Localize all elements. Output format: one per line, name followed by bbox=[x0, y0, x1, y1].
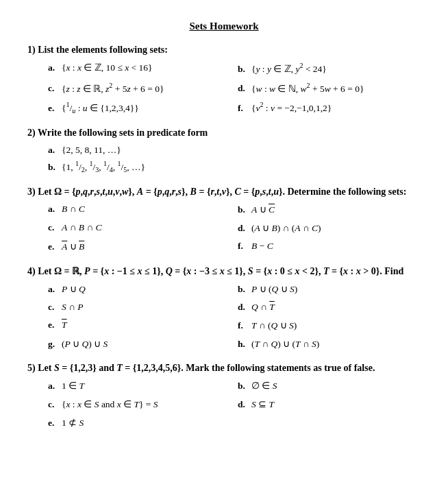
section-5: 5) Let S = {1,2,3} and T = {1,2,3,4,5,6}… bbox=[27, 363, 421, 431]
section-4-grid: a. P ∪ Q b. P ∪ (Q ∪ S) c. S ∩ P d. Q ∩ … bbox=[48, 281, 421, 352]
section-3-header: 3) Let Ω = {p,q,r,s,t,u,v,w}, A = {p,q,r… bbox=[27, 187, 421, 197]
section-3-intro: Let Ω = {p,q,r,s,t,u,v,w}, A = {p,q,r,s}… bbox=[38, 187, 406, 197]
section-4-intro: Let Ω = ℝ, P = {x : −1 ≤ x ≤ 1}, Q = {x … bbox=[38, 266, 403, 276]
list-item: b. ∅ ∈ S bbox=[238, 378, 421, 394]
section-5-intro: Let S = {1,2,3} and T = {1,2,3,4,5,6}. M… bbox=[38, 363, 375, 373]
list-item: f. T ∩ (Q ∪ S) bbox=[238, 317, 421, 333]
list-item: e. 1 ⊄ S bbox=[48, 415, 421, 431]
list-item: g. (P ∪ Q) ∪ S bbox=[48, 336, 231, 352]
section-1-header: 1) List the elements following sets: bbox=[27, 45, 421, 56]
section-2: 2) Write the following sets in predicate… bbox=[27, 128, 421, 176]
section-4-number: 4) bbox=[27, 266, 36, 276]
list-item: e. T bbox=[48, 317, 231, 333]
section-5-grid: a. 1 ∈ T b. ∅ ∈ S c. {x : x ∈ S and x ∈ … bbox=[48, 378, 421, 412]
list-item: d. {w : w ∈ ℕ, w2 + 5w + 6 = 0} bbox=[238, 80, 421, 97]
section-3-number: 3) bbox=[27, 187, 36, 197]
section-5-extra: e. 1 ⊄ S bbox=[48, 415, 421, 431]
list-item: d. Q ∩ T bbox=[238, 300, 421, 315]
section-5-number: 5) bbox=[27, 363, 36, 373]
list-item: b. P ∪ (Q ∪ S) bbox=[238, 281, 421, 297]
section-1-intro: List the elements following sets: bbox=[38, 45, 168, 55]
section-2-number: 2) bbox=[27, 128, 36, 138]
list-item: c. {x : x ∈ S and x ∈ T} = S bbox=[48, 396, 231, 412]
section-3: 3) Let Ω = {p,q,r,s,t,u,v,w}, A = {p,q,r… bbox=[27, 187, 421, 254]
list-item: b. {y : y ∈ ℤ, y2 < 24} bbox=[238, 60, 421, 77]
list-item: f. {v2 : v = −2,−1,0,1,2} bbox=[238, 99, 421, 117]
section-2-body: a. {2, 5, 8, 11, …} b. {1, 1/2, 1/3, 1/4… bbox=[48, 143, 421, 176]
section-2-intro: Write the following sets in predicate fo… bbox=[38, 128, 208, 138]
section-4-header: 4) Let Ω = ℝ, P = {x : −1 ≤ x ≤ 1}, Q = … bbox=[27, 265, 421, 277]
list-item: a. {x : x ∈ ℤ, 10 ≤ x < 16} bbox=[48, 60, 231, 77]
list-item: a. 1 ∈ T bbox=[48, 378, 231, 394]
page-title: Sets Homework bbox=[27, 21, 421, 32]
section-3-grid: a. B ∩ C b. A ∪ C c. A ∩ B ∩ C d. (A ∪ B… bbox=[48, 202, 421, 254]
section-4: 4) Let Ω = ℝ, P = {x : −1 ≤ x ≤ 1}, Q = … bbox=[27, 265, 421, 352]
list-item: a. P ∪ Q bbox=[48, 281, 231, 297]
list-item: a. {2, 5, 8, 11, …} bbox=[48, 143, 421, 158]
list-item: e. A ∪ B bbox=[48, 239, 231, 254]
section-1: 1) List the elements following sets: a. … bbox=[27, 45, 421, 117]
list-item: c. S ∩ P bbox=[48, 300, 231, 315]
section-2-header: 2) Write the following sets in predicate… bbox=[27, 128, 421, 139]
list-item: f. B − C bbox=[238, 239, 421, 254]
list-item: c. {z : z ∈ ℝ, z2 + 5z + 6 = 0} bbox=[48, 80, 231, 97]
list-item: b. A ∪ C bbox=[238, 202, 421, 217]
section-1-number: 1) bbox=[27, 45, 36, 55]
list-item: d. (A ∪ B) ∩ (A ∩ C) bbox=[238, 220, 421, 236]
list-item: a. B ∩ C bbox=[48, 202, 231, 217]
list-item: e. {1/u : u ∈ {1,2,3,4}} bbox=[48, 99, 231, 117]
section-5-header: 5) Let S = {1,2,3} and T = {1,2,3,4,5,6}… bbox=[27, 363, 421, 374]
list-item: h. (T ∩ Q) ∪ (T ∩ S) bbox=[238, 336, 421, 352]
list-item: c. A ∩ B ∩ C bbox=[48, 220, 231, 236]
list-item: d. S ⊆ T bbox=[238, 396, 421, 412]
section-1-grid: a. {x : x ∈ ℤ, 10 ≤ x < 16} b. {y : y ∈ … bbox=[48, 60, 421, 117]
list-item: b. {1, 1/2, 1/3, 1/4, 1/5, …} bbox=[48, 158, 421, 176]
